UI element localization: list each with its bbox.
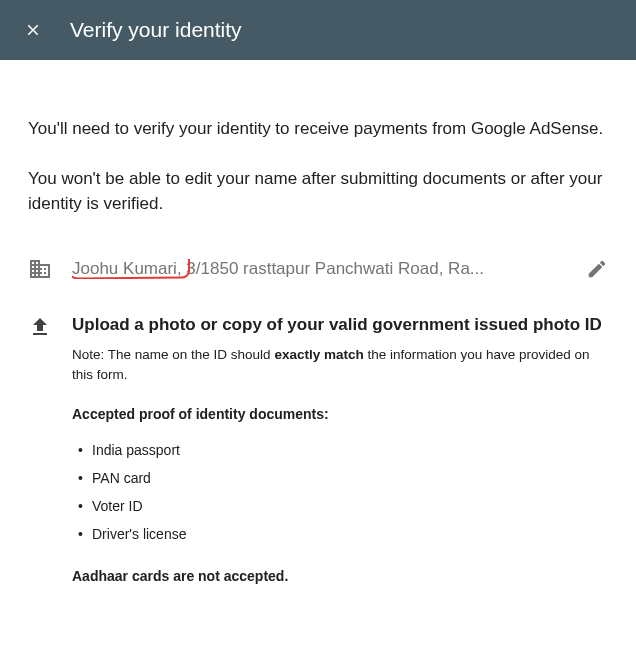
- list-item: Voter ID: [72, 492, 608, 520]
- accepted-heading: Accepted proof of identity documents:: [72, 406, 608, 422]
- building-icon: [28, 257, 52, 281]
- warning-text: You won't be able to edit your name afte…: [28, 166, 608, 217]
- intro-text: You'll need to verify your identity to r…: [28, 116, 608, 142]
- edit-icon[interactable]: [586, 258, 608, 280]
- not-accepted-text: Aadhaar cards are not accepted.: [72, 568, 608, 584]
- list-item: PAN card: [72, 464, 608, 492]
- note-prefix: Note: The name on the ID should: [72, 347, 274, 362]
- address-text: Joohu Kumari, 3/1850 rasttapur Panchwati…: [72, 259, 566, 279]
- close-icon[interactable]: [24, 21, 42, 39]
- list-item: India passport: [72, 436, 608, 464]
- upload-content: Upload a photo or copy of your valid gov…: [72, 313, 608, 584]
- address-name: Joohu Kumari: [72, 259, 177, 278]
- document-list: India passport PAN card Voter ID Driver'…: [72, 436, 608, 548]
- dialog-header: Verify your identity: [0, 0, 636, 60]
- address-row: Joohu Kumari, 3/1850 rasttapur Panchwati…: [28, 257, 608, 281]
- list-item: Driver's license: [72, 520, 608, 548]
- upload-note: Note: The name on the ID should exactly …: [72, 345, 608, 386]
- upload-section: Upload a photo or copy of your valid gov…: [28, 313, 608, 584]
- address-rest: , 3/1850 rasttapur Panchwati Road, Ra...: [177, 259, 484, 278]
- upload-icon: [28, 315, 52, 339]
- upload-heading: Upload a photo or copy of your valid gov…: [72, 313, 608, 338]
- dialog-content: You'll need to verify your identity to r…: [0, 60, 636, 604]
- dialog-title: Verify your identity: [70, 18, 242, 42]
- note-bold: exactly match: [274, 347, 363, 362]
